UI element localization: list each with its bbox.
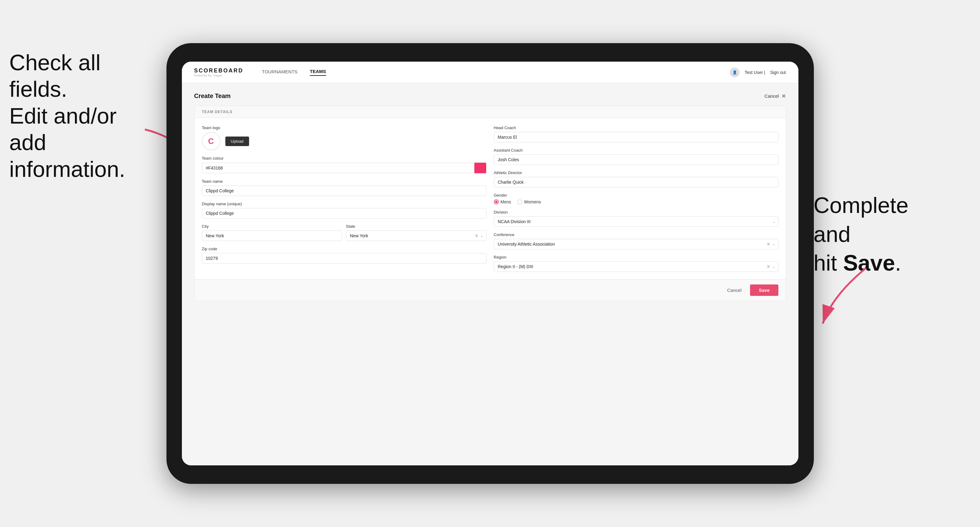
logo-title: SCOREBOARD xyxy=(194,68,243,74)
assistant-coach-input[interactable] xyxy=(494,154,778,165)
gender-row: Mens Womens xyxy=(494,199,778,204)
conference-group: Conference ✕ ⌄ xyxy=(494,232,778,249)
athletic-director-group: Athletic Director xyxy=(494,170,778,187)
page-header: Create Team Cancel ✕ xyxy=(194,92,786,100)
division-group: Division ⌄ xyxy=(494,210,778,227)
region-label: Region xyxy=(494,255,778,259)
cancel-x-icon: ✕ xyxy=(781,93,786,100)
form-right: Head Coach Assistant Coach Athletic Dire… xyxy=(494,125,778,272)
form-footer: Cancel Save xyxy=(194,279,786,301)
athletic-director-input[interactable] xyxy=(494,177,778,187)
nav-tournaments[interactable]: TOURNAMENTS xyxy=(262,69,298,76)
division-label: Division xyxy=(494,210,778,214)
division-input[interactable] xyxy=(494,216,778,227)
page-title: Create Team xyxy=(194,92,231,100)
gender-mens-option[interactable]: Mens xyxy=(494,199,511,204)
annotation-right-end: . xyxy=(895,251,901,275)
gender-womens-label: Womens xyxy=(524,199,541,204)
zip-label: Zip code xyxy=(202,246,487,251)
region-input[interactable] xyxy=(494,261,778,272)
gender-mens-radio[interactable] xyxy=(494,199,499,204)
nav-right: 👤 Test User | Sign out xyxy=(730,68,786,77)
gender-label: Gender xyxy=(494,193,778,198)
team-name-label: Team name xyxy=(202,179,487,184)
annotation-line3: information. xyxy=(9,157,125,181)
annotation-left: Check all fields. Edit and/or add inform… xyxy=(9,49,139,183)
section-header: TEAM DETAILS xyxy=(194,106,786,118)
nav-links: TOURNAMENTS TEAMS xyxy=(262,69,730,76)
logo-letter: C xyxy=(208,137,214,146)
annotation-line2: Edit and/or add xyxy=(9,103,116,155)
logo-circle: C xyxy=(202,132,220,151)
colour-text-input[interactable] xyxy=(202,163,474,173)
city-state-row: City State ✕ ⌄ xyxy=(202,224,487,241)
form-card: TEAM DETAILS Team logo C Upload xyxy=(194,106,786,301)
division-select-wrapper: ⌄ xyxy=(494,216,778,227)
main-content: Create Team Cancel ✕ TEAM DETAILS Team l… xyxy=(182,83,799,465)
state-input[interactable] xyxy=(346,230,487,241)
state-group: State ✕ ⌄ xyxy=(346,224,487,241)
nav-teams[interactable]: TEAMS xyxy=(310,69,326,76)
state-label: State xyxy=(346,224,487,229)
team-logo-group: Team logo C Upload xyxy=(202,125,487,151)
athletic-director-label: Athletic Director xyxy=(494,170,778,175)
app-logo: SCOREBOARD Powered by clippd xyxy=(194,68,243,77)
tablet-screen: SCOREBOARD Powered by clippd TOURNAMENTS… xyxy=(182,62,799,465)
form-left: Team logo C Upload Team colour xyxy=(202,125,487,272)
head-coach-input[interactable] xyxy=(494,132,778,142)
cancel-top-label: Cancel xyxy=(765,94,779,98)
team-colour-group: Team colour xyxy=(202,156,487,173)
gender-mens-dot xyxy=(495,201,498,203)
nav-bar: SCOREBOARD Powered by clippd TOURNAMENTS… xyxy=(182,62,799,83)
zip-input[interactable] xyxy=(202,253,487,264)
upload-button[interactable]: Upload xyxy=(225,137,249,146)
colour-input-wrapper xyxy=(202,162,487,173)
team-name-group: Team name xyxy=(202,179,487,196)
assistant-coach-label: Assistant Coach xyxy=(494,148,778,152)
nav-user-text: Test User | xyxy=(745,70,765,75)
zip-group: Zip code xyxy=(202,246,487,264)
display-name-group: Display name (unique) xyxy=(202,202,487,219)
logo-area: C Upload xyxy=(202,132,487,151)
display-name-input[interactable] xyxy=(202,208,487,219)
city-state-group: City State ✕ ⌄ xyxy=(202,224,487,241)
team-colour-label: Team colour xyxy=(202,156,487,160)
region-select-wrapper: ✕ ⌄ xyxy=(494,261,778,272)
user-avatar: 👤 xyxy=(730,68,740,77)
head-coach-group: Head Coach xyxy=(494,125,778,142)
annotation-line1: Check all fields. xyxy=(9,50,100,102)
logo-sub: Powered by clippd xyxy=(194,74,243,77)
save-button[interactable]: Save xyxy=(750,284,778,296)
sign-out-link[interactable]: Sign out xyxy=(770,70,786,75)
conference-clear-icon[interactable]: ✕ xyxy=(767,241,770,246)
gender-womens-radio[interactable] xyxy=(517,199,522,204)
state-select-wrapper: ✕ ⌄ xyxy=(346,230,487,241)
gender-group: Gender Mens Womens xyxy=(494,193,778,204)
conference-input[interactable] xyxy=(494,239,778,249)
conference-label: Conference xyxy=(494,232,778,237)
assistant-coach-group: Assistant Coach xyxy=(494,148,778,165)
arrow-right-icon xyxy=(813,259,875,336)
city-input[interactable] xyxy=(202,230,342,241)
head-coach-label: Head Coach xyxy=(494,125,778,130)
region-group: Region ✕ ⌄ xyxy=(494,255,778,272)
annotation-right-line1: Complete and xyxy=(813,193,908,246)
team-name-input[interactable] xyxy=(202,186,487,196)
colour-swatch[interactable] xyxy=(474,162,487,173)
region-clear-icon[interactable]: ✕ xyxy=(767,264,770,269)
gender-mens-label: Mens xyxy=(501,199,511,204)
gender-womens-option[interactable]: Womens xyxy=(517,199,541,204)
display-name-label: Display name (unique) xyxy=(202,202,487,206)
cancel-footer-button[interactable]: Cancel xyxy=(722,284,747,296)
conference-select-wrapper: ✕ ⌄ xyxy=(494,239,778,249)
city-group: City xyxy=(202,224,342,241)
form-body: Team logo C Upload Team colour xyxy=(194,118,786,279)
state-clear-icon[interactable]: ✕ xyxy=(475,233,479,238)
team-logo-label: Team logo xyxy=(202,125,487,130)
city-label: City xyxy=(202,224,342,229)
tablet-frame: SCOREBOARD Powered by clippd TOURNAMENTS… xyxy=(167,43,814,484)
cancel-top-button[interactable]: Cancel ✕ xyxy=(765,93,786,100)
